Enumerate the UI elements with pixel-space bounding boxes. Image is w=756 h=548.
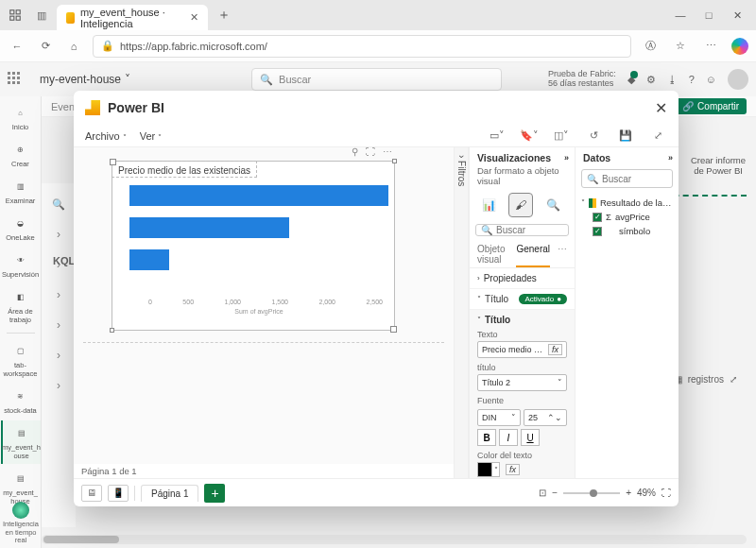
format-search-input[interactable]: 🔍 — [475, 224, 569, 236]
window-maximize-icon[interactable]: □ — [703, 9, 714, 21]
focus-icon[interactable]: ⛶ — [366, 147, 375, 157]
title-text-input[interactable]: Precio medio de l...fx — [477, 341, 567, 358]
mobile-layout-icon[interactable]: ▭˅ — [488, 129, 507, 142]
nav-create[interactable]: ⊕Crear — [1, 137, 41, 172]
tabs-more-icon[interactable]: ⋯ — [558, 244, 567, 267]
zoom-in-icon[interactable]: + — [626, 488, 631, 498]
workspaces-icon[interactable] — [4, 4, 26, 26]
collapse-pane-icon[interactable]: » — [668, 153, 673, 163]
feedback-icon[interactable]: ☺ — [706, 74, 716, 85]
analytics-icon[interactable]: 🔍 — [541, 194, 564, 216]
chevron-right-icon[interactable]: › — [57, 379, 60, 392]
notifications-icon[interactable]: ◆ — [627, 74, 635, 86]
tab-object-visual[interactable]: Objeto visual — [477, 244, 508, 267]
user-avatar[interactable] — [728, 69, 748, 90]
tab-general[interactable]: General — [516, 244, 550, 267]
checkbox-checked-icon[interactable]: ✓ — [593, 227, 602, 236]
bookmark-icon[interactable]: 🔖˅ — [520, 129, 539, 142]
share-button[interactable]: 🔗 Compartir — [675, 98, 747, 114]
menu-file[interactable]: Archivo ˅ — [85, 130, 127, 142]
title-toggle[interactable]: Activado ● — [519, 294, 567, 304]
view-icon[interactable]: ◫˅ — [552, 129, 571, 142]
reset-icon[interactable]: ↺ — [584, 129, 603, 142]
browser-tab[interactable]: my_event_house · Inteligencia ✕ — [57, 5, 208, 30]
checkbox-checked-icon[interactable]: ✓ — [593, 213, 602, 222]
font-family-select[interactable]: DIN˅ — [477, 409, 521, 426]
build-visual-icon[interactable]: 📊 — [477, 194, 500, 216]
chevron-right-icon[interactable]: › — [57, 318, 60, 332]
horizontal-scrollbar[interactable] — [42, 535, 747, 544]
url-text: https://app.fabric.microsoft.com/ — [120, 41, 267, 52]
new-tab-button[interactable]: ＋ — [212, 7, 236, 24]
expand-icon[interactable]: ⤢ — [730, 374, 737, 385]
create-report-link[interactable]: Crear informe de Power BI — [684, 155, 752, 177]
page-tab-1[interactable]: Página 1 — [141, 485, 198, 502]
fullscreen-icon[interactable]: ⛶ — [662, 488, 671, 498]
italic-button[interactable]: I — [499, 429, 518, 446]
text-color-swatch[interactable]: ˅ — [477, 462, 500, 477]
format-visual-icon[interactable]: 🖌 — [509, 194, 532, 216]
settings-icon[interactable]: ⚙ — [646, 74, 656, 86]
reader-icon[interactable]: Ⓐ — [641, 39, 660, 53]
nav-home[interactable]: ⌂Inicio — [1, 100, 41, 135]
global-search-input[interactable]: 🔍 Buscar — [251, 68, 502, 91]
nav-tab-workspace[interactable]: ▢tab-workspace — [1, 338, 41, 382]
chevron-right-icon[interactable]: › — [57, 349, 60, 362]
window-close-icon[interactable]: ✕ — [731, 9, 743, 21]
section-properties[interactable]: ›Propiedades — [470, 268, 575, 289]
menu-view[interactable]: Ver ˅ — [140, 130, 163, 142]
close-tab-icon[interactable]: ✕ — [190, 11, 198, 24]
nav-stock-data[interactable]: ≋stock-data — [1, 384, 41, 419]
mobile-layout-icon[interactable]: 📱 — [108, 485, 129, 502]
fit-page-icon[interactable]: ⊡ — [539, 488, 546, 498]
expand-icon[interactable]: ⤢ — [648, 129, 667, 142]
more-icon[interactable]: ⋯ — [383, 147, 392, 157]
browser-menu-icon[interactable]: ⋯ — [701, 40, 720, 52]
selected-visual[interactable]: ⚲ ⛶ ⋯ Precio medio de las existencias 05… — [112, 161, 395, 331]
nav-monitor[interactable]: 👁Supervisión — [1, 248, 41, 283]
section-title[interactable]: ˅Título Activado ● — [470, 289, 575, 310]
add-page-button[interactable]: + — [204, 484, 225, 503]
url-input[interactable]: 🔒 https://app.fabric.microsoft.com/ — [93, 35, 631, 58]
nav-back-icon[interactable]: ← — [8, 41, 26, 52]
collapse-pane-icon[interactable]: » — [564, 153, 569, 163]
workspace-picker[interactable]: my-event-house ˅ — [32, 70, 138, 89]
download-icon[interactable]: ⭳ — [667, 74, 678, 85]
collections-icon[interactable]: ▥ — [30, 4, 53, 26]
underline-button[interactable]: U — [521, 429, 540, 446]
field-row[interactable]: ✓ Σ avgPrice — [581, 210, 673, 224]
field-row[interactable]: ✓ símbolo — [581, 224, 673, 238]
nav-onelake[interactable]: ◒OneLake — [1, 211, 41, 246]
filters-pane-collapsed[interactable]: › Filtros — [454, 147, 469, 478]
bold-button[interactable]: B — [477, 429, 496, 446]
filter-icon[interactable]: ⚲ — [352, 147, 358, 157]
window-minimize-icon[interactable]: ― — [675, 9, 686, 21]
format-search-field[interactable] — [496, 225, 563, 235]
save-icon[interactable]: 💾 — [616, 129, 635, 142]
nav-refresh-icon[interactable]: ⟳ — [36, 40, 55, 52]
app-launcher-icon[interactable] — [8, 72, 23, 87]
chevron-right-icon[interactable]: › — [57, 288, 60, 301]
data-search-field[interactable] — [602, 174, 667, 184]
copilot-icon[interactable] — [731, 38, 748, 55]
nav-my-event-house[interactable]: ▤my_event_h ouse — [1, 420, 41, 464]
help-icon[interactable]: ? — [689, 74, 695, 85]
nav-browse[interactable]: ▥Examinar — [1, 174, 41, 209]
report-canvas[interactable]: ⚲ ⛶ ⋯ Precio medio de las existencias 05… — [74, 147, 454, 464]
close-icon[interactable]: ✕ — [655, 99, 667, 117]
zoom-slider[interactable] — [563, 492, 620, 494]
font-size-input[interactable]: 25⌃⌄ — [524, 409, 567, 426]
fx-button[interactable]: fx — [506, 464, 520, 475]
chevron-right-icon[interactable]: › — [57, 228, 60, 241]
desktop-layout-icon[interactable]: 🖥 — [81, 485, 102, 502]
fx-button[interactable]: fx — [548, 344, 562, 355]
heading-select[interactable]: Título 2˅ — [477, 374, 567, 391]
zoom-out-icon[interactable]: − — [552, 488, 558, 498]
favorite-icon[interactable]: ☆ — [671, 40, 690, 52]
nav-workarea[interactable]: ◧Área de trabajo — [1, 284, 41, 328]
data-search-input[interactable]: 🔍 — [581, 169, 673, 188]
nav-realtime-intelligence[interactable]: Inteligencia en tiempo real — [0, 502, 42, 544]
search-icon[interactable]: 🔍 — [52, 198, 65, 211]
nav-home-icon[interactable]: ⌂ — [64, 41, 83, 52]
table-row[interactable]: ˅ Resultado de la cons... — [581, 196, 673, 210]
